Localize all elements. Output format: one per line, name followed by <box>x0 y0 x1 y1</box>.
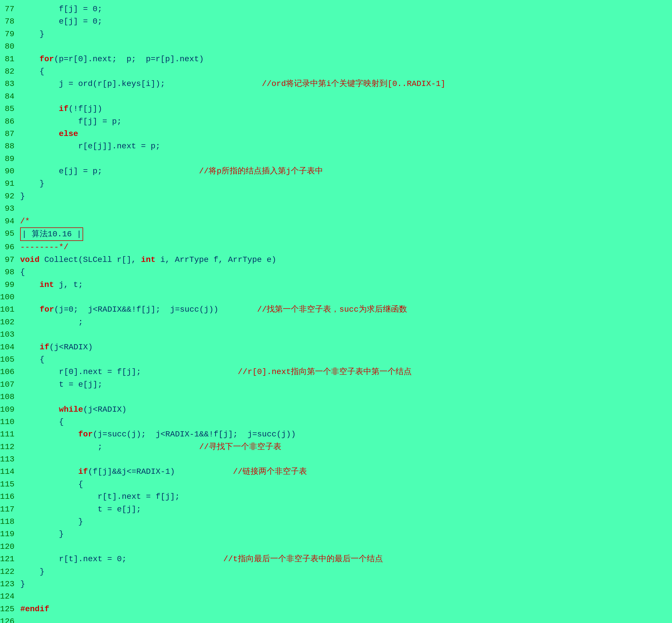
line-number: 101 <box>0 303 20 316</box>
code-text: r[t].next = f[j]; <box>20 492 180 501</box>
line-number: 91 <box>0 177 20 190</box>
table-row: 81 for(p=r[0].next; p; p=r[p].next) <box>0 53 672 65</box>
line-number: 112 <box>0 441 20 453</box>
table-row: 124 <box>0 590 672 602</box>
code-text <box>20 55 39 63</box>
keyword: else <box>59 129 78 138</box>
line-number: 121 <box>0 553 20 565</box>
code-text <box>20 430 78 439</box>
line-number: 82 <box>0 65 20 78</box>
table-row: 85 if(!f[j]) <box>0 102 672 115</box>
comment: //链接两个非空子表 <box>233 467 307 476</box>
table-row: 88 r[e[j]].next = p; <box>0 140 672 152</box>
line-content: /* <box>20 215 672 228</box>
code-text: ; <box>20 442 103 451</box>
line-content: t = e[j]; <box>20 503 672 515</box>
table-row: 121 r[t].next = 0; //t指向最后一个非空子表中的最后一个结点 <box>0 553 672 565</box>
line-number: 83 <box>0 78 20 90</box>
code-text: } <box>20 30 44 38</box>
keyword: for <box>40 305 54 314</box>
line-number: 78 <box>0 15 20 28</box>
line-number: 100 <box>0 291 20 303</box>
line-content: for(j=succ(j); j<RADIX-1&&!f[j]; j=succ(… <box>20 428 672 440</box>
line-content: ; //寻找下一个非空子表 <box>20 441 672 453</box>
line-number: 96 <box>0 241 20 253</box>
code-text: r[e[j]].next = p; <box>20 142 160 151</box>
table-row: 79 } <box>0 28 672 40</box>
code-text: { <box>20 480 83 489</box>
keyword: int <box>141 255 155 264</box>
line-number: 105 <box>0 353 20 366</box>
line-number: 81 <box>0 53 20 65</box>
comment: //ord将记录中第i个关键字映射到[0..RADIX-1] <box>165 79 446 88</box>
line-content: } <box>20 515 672 528</box>
line-number: 104 <box>0 341 20 353</box>
line-content: r[e[j]].next = p; <box>20 140 672 152</box>
line-content <box>20 291 672 303</box>
table-row: 108 <box>0 391 672 403</box>
keyword: for <box>39 55 54 63</box>
code-text: r[t].next = 0; <box>20 555 127 563</box>
preprocessor: #endif <box>20 604 49 614</box>
line-content: } <box>20 190 672 202</box>
line-number: 77 <box>0 3 20 15</box>
keyword: void <box>20 255 39 264</box>
line-content: if(!f[j]) <box>20 102 672 115</box>
table-row: 83 j = ord(r[p].keys[i]); //ord将记录中第i个关键… <box>0 78 672 90</box>
table-row: 107 t = e[j]; <box>0 378 672 391</box>
table-row: 106 r[0].next = f[j]; //r[0].next指向第一个非空… <box>0 366 672 378</box>
line-content: void Collect(SLCell r[], int i, ArrType … <box>20 254 672 266</box>
table-row: 77 f[j] = 0; <box>0 3 672 15</box>
code-text <box>20 280 39 289</box>
line-content: } <box>20 565 672 578</box>
line-content: r[0].next = f[j]; //r[0].next指向第一个非空子表中第… <box>20 366 672 378</box>
table-row: 126 <box>0 615 672 623</box>
line-number: 117 <box>0 503 20 515</box>
line-number: 92 <box>0 190 20 202</box>
comment: //t指向最后一个非空子表中的最后一个结点 <box>127 555 383 563</box>
line-number: 85 <box>0 102 20 115</box>
line-number: 108 <box>0 391 20 403</box>
line-number: 120 <box>0 540 20 553</box>
code-text: } <box>20 580 25 589</box>
code-text <box>20 305 39 314</box>
comment: //将p所指的结点插入第j个子表中 <box>103 167 323 176</box>
line-number: 94 <box>0 215 20 228</box>
code-text: e[j] = p; <box>20 167 103 176</box>
line-content: } <box>20 578 672 590</box>
line-number: 87 <box>0 128 20 140</box>
line-content: #endif <box>20 603 672 615</box>
table-row: 103 <box>0 328 672 341</box>
line-number: 84 <box>0 90 20 102</box>
line-content: j = ord(r[p].keys[i]); //ord将记录中第i个关键字映射… <box>20 78 672 90</box>
code-text: } <box>20 567 44 576</box>
code-text: r[0].next = f[j]; <box>20 367 141 376</box>
table-row: 125#endif <box>0 603 672 615</box>
line-number: 110 <box>0 416 20 428</box>
line-content <box>20 90 672 102</box>
line-number: 103 <box>0 328 20 341</box>
table-row: 92} <box>0 190 672 202</box>
line-content: } <box>20 177 672 190</box>
keyword: for <box>78 430 93 439</box>
line-content: f[j] = p; <box>20 115 672 128</box>
table-row: 117 t = e[j]; <box>0 503 672 515</box>
line-content: { <box>20 266 672 278</box>
code-text: i, ArrType f, ArrType e) <box>156 255 276 264</box>
comment: //寻找下一个非空子表 <box>103 442 281 451</box>
table-row: 100 <box>0 291 672 303</box>
line-number: 116 <box>0 491 20 503</box>
keyword: while <box>59 405 83 414</box>
line-number: 125 <box>0 603 20 615</box>
table-row: 102 ; <box>0 316 672 328</box>
code-text <box>20 343 39 352</box>
line-number: 106 <box>0 366 20 378</box>
line-number: 122 <box>0 565 20 578</box>
code-text: (j=succ(j); j<RADIX-1&&!f[j]; j=succ(j)) <box>93 430 296 439</box>
code-text: e[j] = 0; <box>20 17 103 26</box>
code-text: (j=0; j<RADIX&&!f[j]; j=succ(j)) <box>54 305 257 314</box>
code-text: } <box>20 530 63 538</box>
code-text: { <box>20 268 25 276</box>
table-row: 94/* <box>0 215 672 228</box>
table-row: 93 <box>0 202 672 215</box>
